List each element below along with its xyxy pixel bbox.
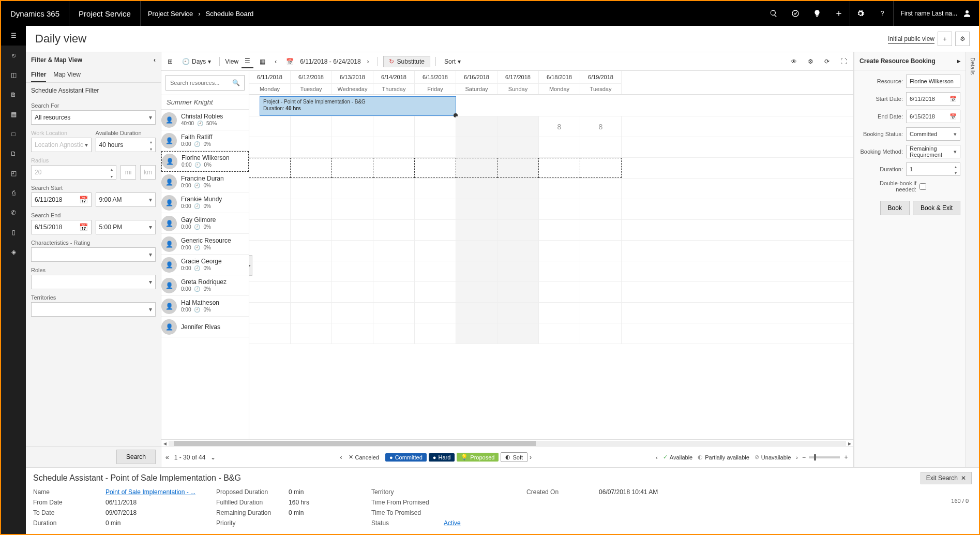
grid-cell[interactable] xyxy=(249,137,291,157)
resource-row[interactable]: 👤 Florine Wilkerson 0:00 🕘 0% xyxy=(161,151,249,172)
duration-stepper[interactable]: 1 xyxy=(906,162,960,176)
grid-cell[interactable] xyxy=(456,199,497,219)
resource-input[interactable]: Florine Wilkerson xyxy=(906,75,960,88)
grid-cell[interactable] xyxy=(497,241,539,261)
booking-card[interactable]: Project - Point of Sale Implementation -… xyxy=(260,96,456,116)
grid-cell[interactable] xyxy=(539,220,580,240)
grid-cell[interactable] xyxy=(291,282,332,302)
grid-cell[interactable] xyxy=(415,241,456,261)
grid-row[interactable] xyxy=(249,303,853,323)
grid-view-button[interactable]: ▦ xyxy=(257,55,268,68)
grid-cell[interactable] xyxy=(456,261,497,281)
grid-cell[interactable] xyxy=(249,179,291,199)
legend-soft[interactable]: ◐ Soft xyxy=(501,452,527,462)
roles-select[interactable] xyxy=(31,275,156,289)
lightbulb-icon[interactable] xyxy=(806,1,828,26)
grid-row[interactable] xyxy=(249,220,853,241)
zoom-slider-thumb[interactable] xyxy=(814,454,816,460)
pager-expand-icon[interactable]: ⌄ xyxy=(210,454,216,461)
grid-cell[interactable] xyxy=(539,282,580,302)
grid-cell[interactable] xyxy=(456,220,497,240)
grid-cell[interactable] xyxy=(415,199,456,219)
grid-cell[interactable] xyxy=(580,199,622,219)
search-end-time-select[interactable]: 5:00 PM xyxy=(96,220,156,234)
grid-cell[interactable] xyxy=(415,158,456,178)
grid-cell[interactable] xyxy=(580,179,622,199)
project-link[interactable]: Point of Sale Implementation - ... xyxy=(105,488,195,496)
legend-committed[interactable]: ● Committed xyxy=(385,453,427,462)
horizontal-scrollbar[interactable]: ◂ ▸ xyxy=(161,439,853,447)
grid-cell[interactable] xyxy=(373,199,415,219)
next-button[interactable]: › xyxy=(364,55,372,68)
grid-cell[interactable] xyxy=(456,179,497,199)
nav-item-10[interactable]: ▯ xyxy=(1,222,26,242)
grid-cell[interactable] xyxy=(332,220,373,240)
fullscreen-icon[interactable]: ⛶ xyxy=(837,55,850,68)
start-date-input[interactable]: 6/11/2018📅 xyxy=(906,92,960,106)
search-for-select[interactable]: All resources xyxy=(31,110,156,125)
exit-search-button[interactable]: Exit Search ✕ xyxy=(921,472,972,484)
grid-cell[interactable] xyxy=(332,261,373,281)
calendar-icon[interactable]: 📅 xyxy=(79,223,88,231)
grid-cell[interactable] xyxy=(249,261,291,281)
gear-icon[interactable]: ⚙ xyxy=(804,55,817,68)
avail-next-icon[interactable]: › xyxy=(796,454,798,460)
scroll-right-icon[interactable]: ▸ xyxy=(846,440,853,447)
calendar-icon[interactable]: 📅 xyxy=(949,96,957,102)
search-icon[interactable]: 🔍 xyxy=(232,79,240,86)
resource-row[interactable]: 👤 Frankie Mundy 0:00 🕘 0% xyxy=(161,192,249,213)
grid-cell[interactable] xyxy=(539,137,580,157)
book-exit-button[interactable]: Book & Exit xyxy=(913,201,960,215)
grid-cell[interactable] xyxy=(373,158,415,178)
grid-cell[interactable] xyxy=(249,282,291,302)
chevron-right-icon[interactable]: ▸ xyxy=(957,57,960,65)
search-start-time-select[interactable]: 9:00 AM xyxy=(96,192,156,207)
grid-cell[interactable] xyxy=(580,261,622,281)
grid-cell[interactable] xyxy=(415,282,456,302)
avail-prev-icon[interactable]: ‹ xyxy=(656,454,658,460)
grid-cell[interactable] xyxy=(456,282,497,302)
gear-icon[interactable] xyxy=(850,1,871,26)
grid-cell[interactable] xyxy=(373,282,415,302)
resource-row[interactable]: 👤 Francine Duran 0:00 🕘 0% xyxy=(161,172,249,192)
grid-cell[interactable] xyxy=(291,261,332,281)
search-end-date-input[interactable]: 6/15/2018📅 xyxy=(31,220,92,234)
grid-cell[interactable] xyxy=(497,199,539,219)
breadcrumb-item[interactable]: Project Service xyxy=(148,10,193,18)
grid-row[interactable] xyxy=(249,179,853,199)
grid-cell[interactable] xyxy=(291,116,332,137)
hamburger-icon[interactable]: ☰ xyxy=(1,26,26,46)
grid-cell[interactable] xyxy=(580,158,622,178)
grid-cell[interactable]: 8 xyxy=(539,116,580,137)
grid-cell[interactable] xyxy=(373,220,415,240)
resource-search-input[interactable]: 🔍 xyxy=(165,75,245,91)
grid-cell[interactable] xyxy=(580,282,622,302)
grid-cell[interactable] xyxy=(415,261,456,281)
add-icon[interactable] xyxy=(828,1,850,26)
resource-row[interactable]: 👤 Jennifer Rivas xyxy=(161,317,249,337)
grid-cell[interactable] xyxy=(539,241,580,261)
grid-cell[interactable] xyxy=(539,261,580,281)
grid-cell[interactable] xyxy=(456,158,497,178)
grid-cell[interactable] xyxy=(332,199,373,219)
grid-cell[interactable] xyxy=(291,199,332,219)
grid-cell[interactable] xyxy=(497,116,539,137)
grid-cell[interactable] xyxy=(332,282,373,302)
grid-cell[interactable] xyxy=(373,137,415,157)
substitute-button[interactable]: ↻Substitute xyxy=(383,56,430,67)
grid-cell[interactable] xyxy=(332,323,373,344)
grid-row[interactable] xyxy=(249,282,853,303)
legend-next-icon[interactable]: › xyxy=(530,454,532,461)
nav-item-7[interactable]: ◰ xyxy=(1,164,26,183)
settings-button[interactable]: ⚙ xyxy=(955,32,970,46)
details-rail[interactable]: Details xyxy=(966,52,979,467)
grid-row[interactable] xyxy=(249,137,853,158)
grid-cell[interactable] xyxy=(580,241,622,261)
grid-cell[interactable] xyxy=(249,241,291,261)
grid-cell[interactable] xyxy=(415,323,456,344)
nav-item-1[interactable]: ⎋ xyxy=(1,46,26,65)
grid-cell[interactable] xyxy=(539,323,580,344)
grid-cell[interactable] xyxy=(415,137,456,157)
app-label[interactable]: Project Service xyxy=(69,1,141,26)
grid-row[interactable] xyxy=(249,241,853,261)
